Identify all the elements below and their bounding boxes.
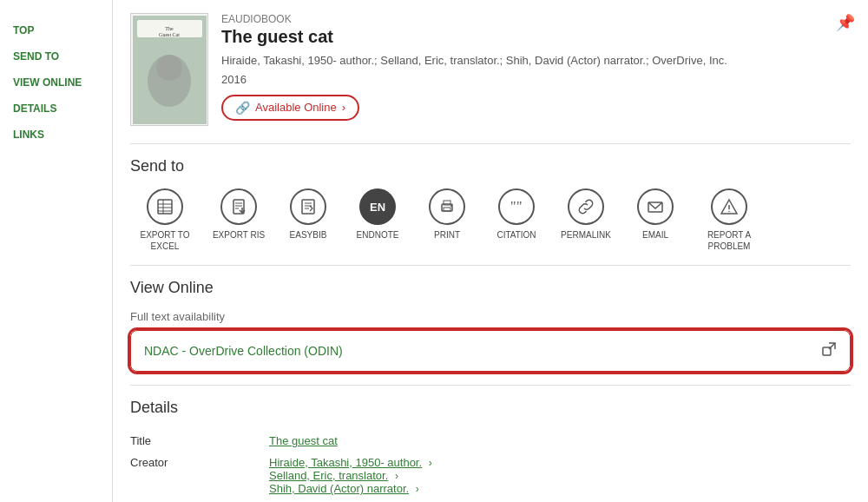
- sidebar: TOP SEND TO VIEW ONLINE DETAILS LINKS: [0, 0, 113, 502]
- creator-arrow-1: ›: [429, 457, 432, 469]
- creator-values: Hiraide, Takashi, 1950- author. › Sellan…: [269, 452, 851, 499]
- creator-link-2[interactable]: Selland, Eric, translator.: [269, 469, 388, 482]
- sidebar-item-view-online[interactable]: VIEW ONLINE: [0, 69, 112, 96]
- export-excel-label: EXPORT TO EXCEL: [130, 229, 200, 252]
- external-link-icon: [821, 341, 837, 360]
- export-excel-icon: [147, 188, 183, 225]
- title-label: Title: [130, 430, 269, 452]
- collection-row[interactable]: NDAC - OverDrive Collection (ODIN): [130, 330, 851, 372]
- report-problem-icon: [711, 188, 747, 225]
- creator-link-1[interactable]: Hiraide, Takashi, 1950- author.: [269, 456, 422, 469]
- book-meta: Hiraide, Takashi, 1950- author.; Selland…: [221, 52, 851, 69]
- full-text-label: Full text availability: [130, 310, 851, 323]
- creator-arrow-3: ›: [416, 483, 419, 495]
- book-year: 2016: [221, 73, 851, 86]
- svg-point-23: [728, 211, 730, 213]
- svg-rect-10: [302, 200, 314, 214]
- svg-line-25: [829, 343, 835, 349]
- details-section: Details Title The guest cat Creator Hira…: [130, 399, 851, 499]
- export-ris-icon: [220, 188, 257, 225]
- send-to-permalink[interactable]: PERMALINK: [556, 188, 616, 241]
- collection-link[interactable]: NDAC - OverDrive Collection (ODIN): [144, 344, 343, 358]
- easybib-icon: [290, 188, 326, 225]
- report-problem-label: REPORT A PROBLEM: [694, 229, 764, 252]
- email-icon: [637, 188, 674, 225]
- details-table: Title The guest cat Creator Hiraide, Tak…: [130, 430, 851, 499]
- send-to-export-excel[interactable]: EXPORT TO EXCEL: [130, 188, 200, 252]
- send-to-print[interactable]: PRINT: [417, 188, 477, 241]
- sidebar-item-links[interactable]: LINKS: [0, 122, 112, 148]
- send-to-easybib[interactable]: EASYBIB: [278, 188, 339, 241]
- creator-link-3[interactable]: Shih, David (Actor) narrator.: [269, 482, 409, 495]
- book-title: The guest cat: [221, 27, 851, 47]
- send-to-title: Send to: [130, 157, 851, 175]
- citation-label: CITATION: [496, 229, 536, 241]
- book-info: EAUDIOBOOK The guest cat Hiraide, Takash…: [221, 13, 851, 126]
- sidebar-item-top[interactable]: TOP: [0, 17, 112, 43]
- print-label: PRINT: [434, 229, 460, 241]
- main-content: EAUDIOBOOK The guest cat Hiraide, Takash…: [113, 0, 868, 502]
- title-value: The guest cat: [269, 430, 851, 452]
- creator-arrow-2: ›: [395, 470, 398, 482]
- send-to-export-ris[interactable]: EXPORT RIS: [208, 188, 269, 241]
- book-cover-art: [133, 16, 207, 124]
- send-to-section: Send to EXPORT TO EXCEL: [130, 157, 851, 252]
- table-row-title: Title The guest cat: [130, 430, 851, 452]
- export-ris-label: EXPORT RIS: [213, 229, 265, 241]
- sidebar-nav: TOP SEND TO VIEW ONLINE DETAILS LINKS: [0, 17, 112, 148]
- send-to-endnote[interactable]: EN ENDNOTE: [347, 188, 408, 241]
- easybib-label: EASYBIB: [290, 229, 327, 241]
- view-online-title: View Online: [130, 279, 851, 297]
- print-icon: [429, 188, 465, 225]
- send-to-grid: EXPORT TO EXCEL EXPORT RIS: [130, 188, 851, 252]
- pin-icon[interactable]: 📌: [836, 13, 855, 32]
- book-cover: [130, 13, 208, 126]
- chevron-right-icon: ›: [342, 101, 345, 114]
- svg-text:": ": [510, 199, 516, 214]
- table-row-creator: Creator Hiraide, Takashi, 1950- author. …: [130, 452, 851, 499]
- send-to-citation[interactable]: " " CITATION: [486, 188, 547, 241]
- send-to-report-problem[interactable]: REPORT A PROBLEM: [694, 188, 764, 252]
- endnote-label: ENDNOTE: [357, 229, 399, 241]
- svg-text:": ": [516, 199, 523, 214]
- sidebar-item-send-to[interactable]: SEND TO: [0, 43, 112, 69]
- sidebar-item-details[interactable]: DETAILS: [0, 96, 112, 122]
- send-to-email[interactable]: EMAIL: [625, 188, 686, 241]
- svg-rect-0: [158, 200, 172, 214]
- link-icon: 🔗: [235, 101, 250, 115]
- book-type: EAUDIOBOOK: [221, 13, 851, 25]
- details-title: Details: [130, 399, 851, 417]
- svg-point-17: [450, 205, 452, 207]
- divider-1: [130, 143, 851, 144]
- creator-label: Creator: [130, 452, 269, 499]
- available-label: Available Online: [255, 101, 337, 114]
- view-online-section: View Online Full text availability NDAC …: [130, 279, 851, 372]
- email-label: EMAIL: [642, 229, 668, 241]
- available-online-button[interactable]: 🔗 Available Online ›: [221, 95, 359, 121]
- divider-3: [130, 385, 851, 386]
- book-header: EAUDIOBOOK The guest cat Hiraide, Takash…: [130, 13, 851, 126]
- endnote-icon: EN: [359, 188, 396, 225]
- divider-2: [130, 265, 851, 266]
- title-link[interactable]: The guest cat: [269, 434, 338, 447]
- permalink-icon: [568, 188, 604, 225]
- permalink-label: PERMALINK: [561, 229, 611, 241]
- citation-icon: " ": [498, 188, 535, 225]
